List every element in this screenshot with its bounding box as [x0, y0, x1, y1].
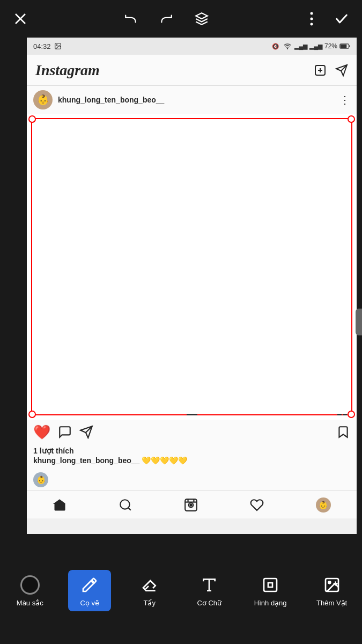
post-image [27, 114, 357, 420]
ig-search-icon[interactable] [119, 498, 132, 512]
post-actions: ❤️ [27, 420, 357, 444]
status-indicators: 🔇 ▂▄▆ ▂▄▆ 72% [272, 42, 350, 50]
mute-icon: 🔇 [272, 42, 280, 50]
scroll-handle[interactable] [356, 309, 362, 335]
svg-point-4 [311, 18, 313, 20]
ig-home-icon[interactable] [53, 498, 67, 512]
commenter-avatar: 👶 [33, 472, 48, 487]
like-button[interactable]: ❤️ [33, 424, 50, 441]
caption: khung_long_ten_bong_beo__ 💛💛💛💛💛 [33, 456, 350, 465]
caption-emoji: 💛💛💛💛💛 [142, 456, 187, 465]
user-avatar: 👶 [33, 90, 53, 109]
ig-send-icon[interactable] [335, 64, 348, 77]
tool-co-ve-label: Cọ vẽ [80, 599, 100, 607]
ig-activity-icon[interactable] [250, 498, 264, 512]
ig-logo: Instagram [35, 62, 100, 79]
post-image-container [27, 114, 357, 420]
time-display: 04:32 [33, 42, 51, 50]
tool-hinh-dang[interactable]: Hình dạng [248, 570, 293, 611]
battery-display: 72% [324, 42, 337, 50]
svg-marker-2 [196, 13, 208, 19]
tool-items: Màu sắc Cọ vẽ Tẩy [0, 537, 362, 644]
add-image-icon [321, 574, 343, 596]
confirm-button[interactable] [332, 9, 351, 28]
ig-add-icon[interactable] [314, 64, 327, 77]
tool-tay[interactable]: Tẩy [128, 570, 171, 611]
close-button[interactable] [11, 9, 30, 28]
tool-them-vat-label: Thêm Vật [316, 599, 347, 607]
top-toolbar [0, 0, 362, 38]
battery-icon [339, 43, 350, 49]
ig-header: Instagram [27, 55, 357, 86]
tool-tay-label: Tẩy [144, 599, 156, 607]
username: khung_long_ten_bong_beo__ [58, 96, 334, 104]
save-button[interactable] [336, 425, 350, 439]
layers-button[interactable] [192, 9, 211, 28]
comment-row: 👶 [27, 469, 357, 491]
tool-hinh-dang-label: Hình dạng [254, 599, 287, 607]
tool-co-ve[interactable]: Cọ vẽ [68, 570, 111, 611]
tool-mau-sac[interactable]: Màu sắc [9, 570, 51, 611]
undo-button[interactable] [121, 9, 141, 28]
tool-mau-sac-label: Màu sắc [17, 599, 43, 607]
likes-count: 1 lượt thích [33, 447, 350, 455]
svg-point-31 [328, 581, 330, 583]
svg-line-21 [128, 508, 131, 510]
svg-point-20 [120, 500, 129, 509]
brush-icon [79, 574, 100, 596]
post-info: 1 lượt thích khung_long_ten_bong_beo__ 💛… [27, 444, 357, 469]
signal-bars2: ▂▄▆ [309, 43, 322, 50]
wifi-icon [283, 42, 292, 50]
more-options-button[interactable] [302, 9, 321, 28]
svg-point-24 [190, 504, 192, 506]
caption-username: khung_long_ten_bong_beo__ [33, 456, 139, 465]
toolbar-center [121, 9, 211, 28]
ig-reels-icon[interactable] [184, 498, 198, 512]
share-button[interactable] [79, 425, 93, 439]
shape-icon [260, 574, 281, 596]
status-bar: 04:32 🔇 ▂▄▆ ▂▄▆ 72% [27, 38, 357, 55]
ig-header-icons [314, 64, 348, 77]
post-header: 👶 khung_long_ten_bong_beo__ ⋮ [27, 86, 357, 114]
svg-text:🔇: 🔇 [272, 43, 279, 50]
tool-them-vat[interactable]: Thêm Vật [310, 570, 353, 611]
svg-rect-11 [349, 45, 350, 47]
instagram-screenshot: 04:32 🔇 ▂▄▆ ▂▄▆ 72% [27, 38, 357, 534]
svg-rect-12 [341, 45, 347, 48]
svg-point-7 [56, 45, 57, 46]
signal-bars: ▂▄▆ [294, 43, 307, 50]
comment-button[interactable] [58, 425, 72, 439]
ig-profile-icon[interactable]: 👶 [316, 497, 331, 513]
image-icon [54, 42, 62, 50]
svg-point-9 [287, 48, 288, 49]
ig-bottom-nav: 👶 [27, 491, 357, 518]
status-time: 04:32 [33, 42, 62, 50]
svg-point-3 [311, 12, 313, 15]
svg-point-5 [311, 23, 313, 26]
post-options-icon[interactable]: ⋮ [339, 93, 350, 106]
bottom-toolbar: Màu sắc Cọ vẽ Tẩy [0, 537, 362, 644]
post-actions-left: ❤️ [33, 424, 93, 441]
eraser-icon [139, 574, 160, 596]
tool-co-chu-label: Cơ Chữ [197, 599, 221, 607]
text-icon [198, 574, 220, 596]
tool-co-chu[interactable]: Cơ Chữ [188, 570, 231, 611]
redo-button[interactable] [157, 9, 176, 28]
color-swatch-icon [19, 574, 41, 596]
